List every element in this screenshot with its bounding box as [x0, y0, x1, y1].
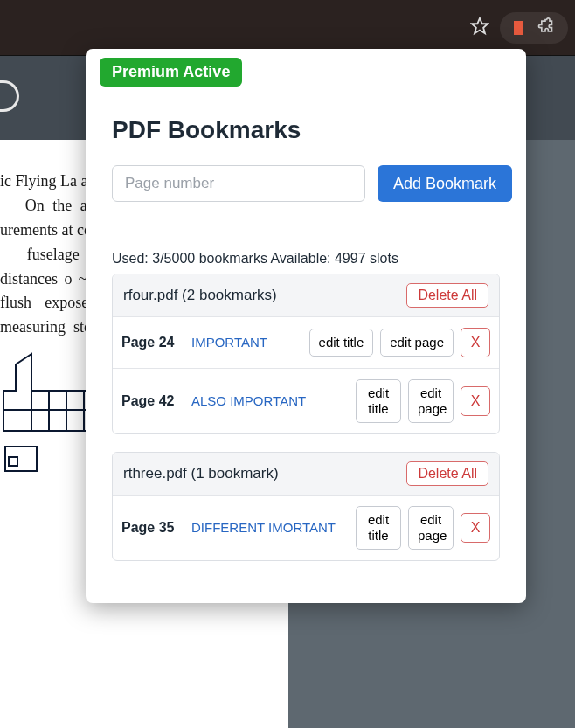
svg-rect-7 — [9, 457, 17, 466]
add-bookmark-row: Add Bookmark — [112, 165, 512, 202]
file-name: rthree.pdf (1 bookmark) — [123, 465, 279, 482]
bookmark-row: Page 42ALSO IMPORTANTedit titleedit page… — [113, 368, 499, 433]
bookmark-page: Page 35 — [121, 520, 184, 536]
svg-marker-0 — [472, 17, 488, 32]
delete-all-button[interactable]: Delete All — [406, 461, 488, 486]
file-header: rfour.pdf (2 bookmarks)Delete All — [113, 274, 499, 316]
bookmark-page: Page 24 — [121, 335, 184, 350]
partial-logo-icon — [0, 80, 19, 112]
bookmark-title[interactable]: DIFFERENT IMORTANT — [191, 519, 349, 537]
delete-bookmark-button[interactable]: X — [461, 328, 490, 357]
svg-rect-6 — [5, 447, 37, 471]
edit-title-button[interactable]: edit title — [356, 506, 401, 550]
bookmark-ext-icon[interactable] — [514, 21, 523, 35]
delete-bookmark-button[interactable]: X — [461, 513, 490, 543]
extension-popup: Premium Active PDF Bookmarks Add Bookmar… — [86, 49, 526, 603]
file-header: rthree.pdf (1 bookmark)Delete All — [113, 453, 499, 495]
edit-title-button[interactable]: edit title — [309, 329, 374, 357]
add-bookmark-button[interactable]: Add Bookmark — [378, 165, 512, 202]
edit-page-button[interactable]: edit page — [408, 506, 454, 550]
bookmark-row: Page 35DIFFERENT IMORTANTedit titleedit … — [113, 495, 499, 560]
file-group: rfour.pdf (2 bookmarks)Delete AllPage 24… — [112, 274, 500, 434]
file-name: rfour.pdf (2 bookmarks) — [123, 287, 277, 304]
extension-pill — [500, 12, 568, 44]
edit-page-button[interactable]: edit page — [408, 379, 454, 423]
file-group: rthree.pdf (1 bookmark)Delete AllPage 35… — [112, 452, 500, 561]
popup-title: PDF Bookmarks — [112, 116, 512, 144]
page-number-input[interactable] — [112, 165, 365, 202]
edit-title-button[interactable]: edit title — [356, 379, 401, 423]
edit-page-button[interactable]: edit page — [380, 329, 454, 357]
bookmark-page: Page 42 — [121, 393, 184, 409]
extensions-icon[interactable] — [537, 17, 554, 38]
premium-badge: Premium Active — [100, 58, 242, 87]
usage-stats: Used: 3/5000 bookmarks Available: 4997 s… — [112, 251, 512, 267]
delete-all-button[interactable]: Delete All — [406, 283, 488, 308]
delete-bookmark-button[interactable]: X — [461, 386, 490, 416]
bookmark-row: Page 24IMPORTANTedit titleedit pageX — [113, 316, 499, 368]
browser-toolbar — [0, 0, 575, 56]
star-icon[interactable] — [470, 17, 489, 39]
bookmark-title[interactable]: ALSO IMPORTANT — [191, 392, 349, 410]
bookmark-title[interactable]: IMPORTANT — [191, 334, 302, 351]
